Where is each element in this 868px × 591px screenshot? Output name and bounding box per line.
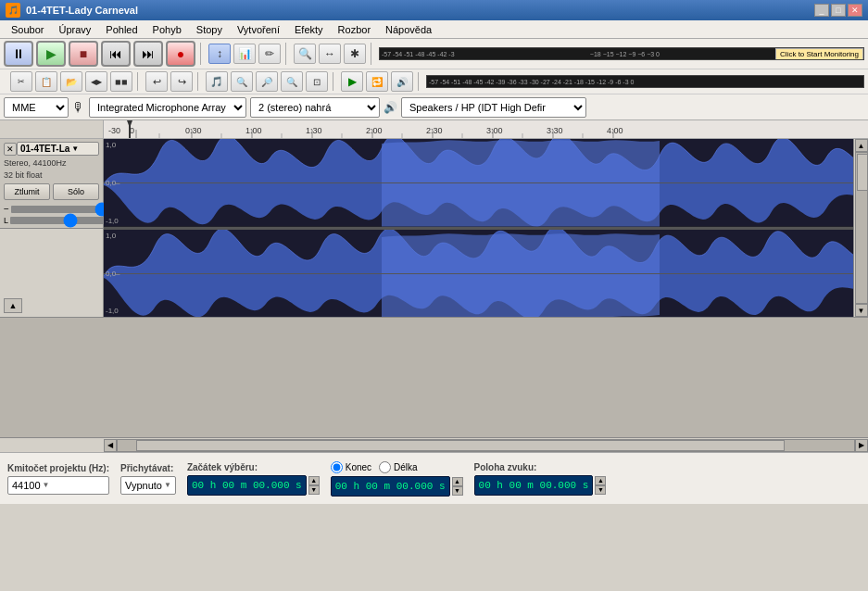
h-scroll-left[interactable]: ◀	[104, 439, 117, 452]
end-length-group: Konec Délka 00 h 00 m 00.000 s ▲ ▼	[331, 461, 463, 497]
end-radio-item[interactable]: Konec	[331, 461, 371, 473]
waveform-area[interactable]: 1,0 0,0– -1,0	[104, 139, 853, 317]
copy-icon[interactable]: 📋	[35, 71, 57, 92]
microphone-icon: 🎙	[72, 100, 85, 115]
undo-icon[interactable]: ↩	[145, 71, 168, 92]
track-expand-button[interactable]: ▲	[4, 298, 22, 313]
sel-end-down[interactable]: ▼	[452, 486, 463, 496]
start-monitoring-button[interactable]: Click to Start Monitoring	[775, 48, 863, 60]
svg-text:3:00: 3:00	[486, 126, 503, 135]
svg-text:2:00: 2:00	[366, 126, 383, 135]
sel-start-down[interactable]: ▼	[308, 485, 320, 495]
skip-back-button[interactable]: ⏮	[101, 41, 131, 67]
minimize-button[interactable]: _	[814, 4, 829, 17]
pos-down[interactable]: ▼	[595, 485, 606, 495]
trim-icon[interactable]: ◀▶	[85, 71, 107, 92]
menu-efekty[interactable]: Efekty	[287, 22, 331, 37]
paste-icon[interactable]: 📂	[60, 71, 82, 92]
pos-up[interactable]: ▲	[595, 476, 606, 485]
selection-end-display[interactable]: 00 h 00 m 00.000 s	[331, 476, 450, 497]
snap-value: Vypnuto	[125, 480, 162, 491]
ruler-container[interactable]: -30 0 0:30 1:00 1:30 2:00 2:30 3:00 3:30…	[104, 120, 868, 139]
menu-pohled[interactable]: Pohled	[98, 22, 145, 37]
end-radio[interactable]	[331, 461, 343, 473]
loop-icon[interactable]: 🔁	[366, 71, 388, 92]
scroll-track[interactable]	[855, 152, 868, 304]
track-dropdown-icon: ▼	[71, 145, 79, 153]
position-display[interactable]: 00 h 00 m 00.000 s	[474, 475, 594, 496]
project-rate-dropdown[interactable]: 44100 ▼	[7, 476, 109, 495]
channel1-top-label: 1,0	[106, 141, 116, 149]
track-name-dropdown[interactable]: 01-4TET-La ▼	[17, 142, 99, 156]
h-scroll-track[interactable]	[117, 439, 855, 452]
horizontal-scrollbar[interactable]: ◀ ▶	[0, 437, 868, 452]
select-tool[interactable]: ↕	[208, 44, 231, 64]
window-controls[interactable]: _ □ ✕	[814, 4, 862, 17]
zoom-in-icon[interactable]: 🔍	[294, 44, 316, 64]
channel1-zero-line	[104, 182, 853, 183]
menu-pohyb[interactable]: Pohyb	[145, 22, 189, 37]
spectrum-tool[interactable]: 📊	[233, 44, 256, 64]
play-button[interactable]: ▶	[36, 41, 66, 67]
redo-icon[interactable]: ↪	[170, 71, 193, 92]
skip-fwd-button[interactable]: ⏭	[133, 41, 163, 67]
menu-soubor[interactable]: Soubor	[4, 22, 51, 37]
selection-start-arrows[interactable]: ▲ ▼	[308, 476, 320, 495]
selection-start-group: Začátek výběru: 00 h 00 m 00.000 s ▲ ▼	[187, 462, 320, 496]
h-scroll-thumb[interactable]	[136, 440, 785, 451]
solo-button[interactable]: Sólo	[53, 183, 99, 200]
input-device-select[interactable]: Integrated Microphone Array	[89, 97, 246, 118]
channels-select[interactable]: 2 (stereo) nahrá	[250, 97, 380, 118]
record-button[interactable]: ●	[166, 41, 195, 67]
cut-icon[interactable]: ✂	[10, 71, 32, 92]
length-radio[interactable]	[379, 461, 391, 473]
metronome-icon[interactable]: 🎵	[206, 71, 228, 92]
selection-end-arrows[interactable]: ▲ ▼	[452, 477, 463, 496]
project-rate-arrow: ▼	[43, 481, 50, 489]
sel-start-up[interactable]: ▲	[308, 476, 320, 485]
output-device-select[interactable]: Speakers / HP (IDT High Defir	[401, 97, 586, 118]
menu-vytvoreni[interactable]: Vytvoření	[230, 22, 287, 37]
zoom-in2-icon[interactable]: 🔎	[256, 71, 278, 92]
toolbar-area: ⏸ ▶ ■ ⏮ ⏭ ● ↕ 📊 ✏ 🔍 ↔ ✱ -57 -54 -51 -48 …	[0, 39, 868, 120]
mute-button[interactable]: Ztlumit	[4, 183, 50, 200]
scroll-down-arrow[interactable]: ▼	[855, 304, 868, 317]
stop-button[interactable]: ■	[69, 41, 98, 67]
zoom-out-icon[interactable]: 🔍	[231, 71, 253, 92]
h-scroll-right[interactable]: ▶	[855, 439, 868, 452]
menu-stopy[interactable]: Stopy	[189, 22, 230, 37]
position-arrows[interactable]: ▲ ▼	[595, 476, 606, 495]
multi-tool[interactable]: ✱	[344, 44, 366, 64]
snap-dropdown[interactable]: Vypnuto ▼	[120, 476, 176, 495]
fit-icon[interactable]: ⊡	[306, 71, 328, 92]
sel-end-up[interactable]: ▲	[452, 477, 463, 486]
waveform-channel-1[interactable]: 1,0 0,0– -1,0	[104, 139, 853, 228]
zoom-fit-icon[interactable]: ↔	[319, 44, 341, 64]
waveform-channel-2[interactable]: 1,0 0,0– -1,0	[104, 228, 853, 318]
close-button[interactable]: ✕	[848, 4, 862, 17]
track-header: ✕ 01-4TET-La ▼ Stereo, 44100Hz 32 bit fl…	[0, 139, 103, 229]
track-info: Stereo, 44100Hz 32 bit float	[4, 157, 99, 181]
position-group: Poloha zvuku: 00 h 00 m 00.000 s ▲ ▼	[474, 462, 607, 496]
menu-rozbor[interactable]: Rozbor	[331, 22, 378, 37]
scroll-thumb[interactable]	[857, 154, 868, 191]
pause-button[interactable]: ⏸	[4, 41, 33, 67]
play2-icon[interactable]: ▶	[341, 71, 363, 92]
menu-upravy[interactable]: Úpravy	[51, 22, 98, 37]
channel2-bot-label: -1,0	[106, 307, 119, 315]
right-scrollbar[interactable]: ▲ ▼	[853, 139, 868, 317]
audio-host-select[interactable]: MME	[4, 97, 69, 118]
app-icon: 🎵	[6, 3, 20, 18]
selection-end-time: 00 h 00 m 00.000 s ▲ ▼	[331, 476, 463, 497]
length-radio-item[interactable]: Délka	[379, 461, 418, 473]
silence-icon[interactable]: ◼◼	[110, 71, 132, 92]
speaker-icon[interactable]: 🔊	[391, 71, 413, 92]
menu-napoveda[interactable]: Nápověda	[378, 22, 439, 37]
maximize-button[interactable]: □	[831, 4, 846, 17]
zoom-sel-icon[interactable]: 🔍	[281, 71, 303, 92]
scroll-up-arrow[interactable]: ▲	[855, 139, 868, 152]
selection-start-display[interactable]: 00 h 00 m 00.000 s	[187, 475, 307, 496]
draw-tool[interactable]: ✏	[258, 44, 281, 64]
track-close-button[interactable]: ✕	[4, 143, 17, 156]
track-action-buttons: Ztlumit Sólo	[4, 183, 99, 200]
